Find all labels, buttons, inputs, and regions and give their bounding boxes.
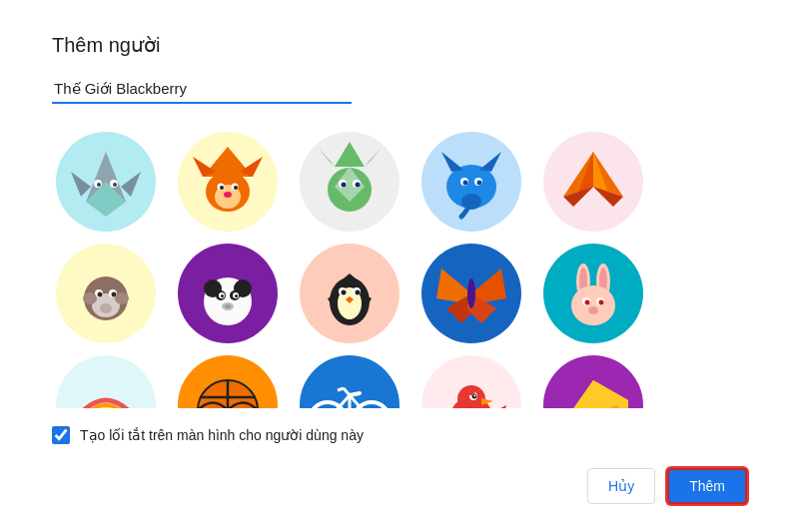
avatar-basketball[interactable] <box>178 355 278 408</box>
avatar-origami-crane[interactable] <box>543 132 643 232</box>
avatar-grid <box>52 124 731 408</box>
svg-marker-1 <box>71 172 91 197</box>
avatar-butterfly[interactable] <box>421 244 521 343</box>
svg-line-96 <box>338 388 344 390</box>
svg-marker-104 <box>491 405 506 408</box>
cancel-button[interactable]: Hủy <box>587 468 655 504</box>
button-row: Hủy Thêm <box>52 468 747 504</box>
svg-marker-111 <box>558 380 628 408</box>
user-name-input[interactable] <box>52 77 352 104</box>
shortcut-checkbox[interactable] <box>52 426 70 444</box>
svg-point-16 <box>234 186 238 190</box>
checkbox-row: Tạo lối tắt trên màn hình cho người dùng… <box>52 426 747 444</box>
svg-marker-29 <box>479 152 501 172</box>
svg-marker-28 <box>441 152 463 172</box>
avatar-panda[interactable] <box>178 244 278 343</box>
svg-point-82 <box>585 299 590 304</box>
avatar-unicorn[interactable] <box>56 355 156 408</box>
svg-marker-2 <box>121 172 141 197</box>
svg-point-65 <box>342 289 347 294</box>
dialog-title: Thêm người <box>52 33 747 57</box>
svg-point-74 <box>467 278 475 308</box>
avatar-grid-container <box>52 124 731 408</box>
svg-point-79 <box>571 285 615 325</box>
svg-point-66 <box>356 289 361 294</box>
svg-point-33 <box>463 180 468 185</box>
svg-point-56 <box>221 294 224 297</box>
add-user-dialog: Thêm người <box>20 5 779 528</box>
svg-point-84 <box>588 306 598 314</box>
svg-point-6 <box>97 183 101 187</box>
avatar-cat[interactable] <box>56 132 156 232</box>
svg-point-83 <box>599 299 604 304</box>
svg-point-48 <box>100 303 112 313</box>
confirm-button[interactable]: Thêm <box>667 468 747 504</box>
avatar-rabbit[interactable] <box>543 244 643 343</box>
svg-point-59 <box>225 304 231 308</box>
avatar-penguin[interactable] <box>300 244 400 343</box>
svg-point-7 <box>113 183 117 187</box>
avatar-bicycle[interactable] <box>300 355 400 408</box>
checkbox-label: Tạo lối tắt trên màn hình cho người dùng… <box>80 427 364 443</box>
svg-marker-19 <box>318 147 335 167</box>
svg-point-57 <box>235 294 238 297</box>
avatar-cheese[interactable] <box>543 355 643 408</box>
svg-marker-20 <box>365 147 382 167</box>
svg-point-34 <box>477 180 482 185</box>
avatar-elephant[interactable] <box>421 132 521 232</box>
svg-marker-18 <box>335 142 365 167</box>
svg-point-25 <box>342 182 347 187</box>
svg-marker-62 <box>338 273 362 283</box>
svg-point-47 <box>115 292 129 304</box>
svg-line-97 <box>350 393 360 395</box>
svg-point-44 <box>98 291 103 296</box>
svg-point-26 <box>356 182 361 187</box>
avatar-red-bird[interactable] <box>421 355 521 408</box>
svg-point-17 <box>224 192 232 198</box>
avatar-fox[interactable] <box>178 132 278 232</box>
avatar-monkey[interactable] <box>56 244 156 343</box>
avatar-dragon[interactable] <box>300 132 400 232</box>
svg-point-46 <box>83 292 97 304</box>
svg-point-15 <box>220 186 224 190</box>
